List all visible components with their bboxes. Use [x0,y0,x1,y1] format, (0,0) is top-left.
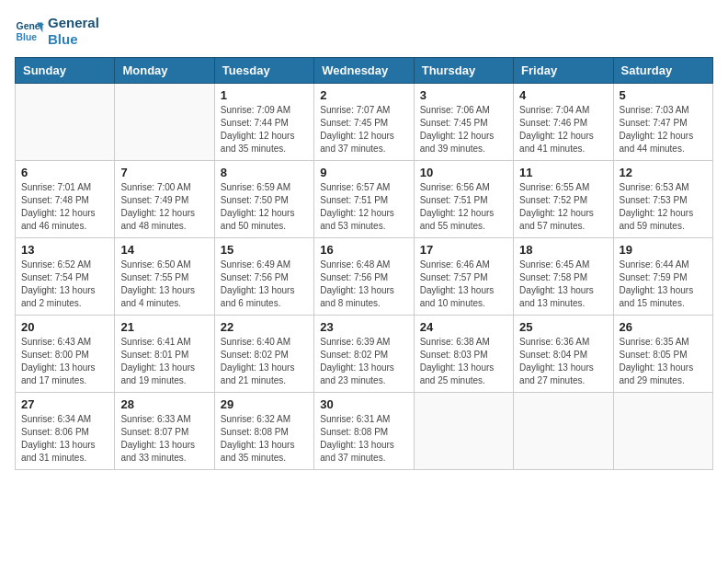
calendar-cell: 19Sunrise: 6:44 AM Sunset: 7:59 PM Dayli… [613,238,712,316]
calendar-cell: 16Sunrise: 6:48 AM Sunset: 7:56 PM Dayli… [314,238,414,316]
calendar-cell: 7Sunrise: 7:00 AM Sunset: 7:49 PM Daylig… [115,161,214,238]
calendar-cell: 5Sunrise: 7:03 AM Sunset: 7:47 PM Daylig… [613,84,712,161]
weekday-header-thursday: Thursday [414,58,513,84]
calendar-cell: 15Sunrise: 6:49 AM Sunset: 7:56 PM Dayli… [214,238,313,316]
day-detail: Sunrise: 6:31 AM Sunset: 8:08 PM Dayligh… [320,413,407,465]
calendar-cell: 13Sunrise: 6:52 AM Sunset: 7:54 PM Dayli… [16,238,115,316]
day-detail: Sunrise: 6:44 AM Sunset: 7:59 PM Dayligh… [620,259,707,310]
day-detail: Sunrise: 6:56 AM Sunset: 7:51 PM Dayligh… [420,181,507,233]
day-detail: Sunrise: 6:32 AM Sunset: 8:08 PM Dayligh… [221,413,308,465]
calendar-week-row: 6Sunrise: 7:01 AM Sunset: 7:48 PM Daylig… [16,161,713,238]
calendar-cell: 28Sunrise: 6:33 AM Sunset: 8:07 PM Dayli… [115,393,214,470]
day-detail: Sunrise: 6:55 AM Sunset: 7:52 PM Dayligh… [519,181,607,233]
logo-text-blue: Blue [48,31,99,48]
calendar-cell: 8Sunrise: 6:59 AM Sunset: 7:50 PM Daylig… [214,161,313,238]
calendar-cell [613,393,712,470]
day-number: 17 [420,243,507,257]
day-number: 25 [519,320,607,334]
day-detail: Sunrise: 6:39 AM Sunset: 8:02 PM Dayligh… [320,336,407,387]
calendar-cell: 20Sunrise: 6:43 AM Sunset: 8:00 PM Dayli… [16,316,115,393]
day-number: 2 [320,88,407,102]
day-detail: Sunrise: 6:41 AM Sunset: 8:01 PM Dayligh… [120,336,208,387]
calendar-week-row: 1Sunrise: 7:09 AM Sunset: 7:44 PM Daylig… [16,84,713,161]
day-detail: Sunrise: 6:57 AM Sunset: 7:51 PM Dayligh… [320,181,407,233]
calendar-cell: 30Sunrise: 6:31 AM Sunset: 8:08 PM Dayli… [314,393,414,470]
calendar-cell: 25Sunrise: 6:36 AM Sunset: 8:04 PM Dayli… [514,316,613,393]
day-detail: Sunrise: 7:01 AM Sunset: 7:48 PM Dayligh… [21,181,108,233]
day-number: 8 [221,166,308,179]
calendar-cell: 26Sunrise: 6:35 AM Sunset: 8:05 PM Dayli… [613,316,712,393]
calendar-week-row: 13Sunrise: 6:52 AM Sunset: 7:54 PM Dayli… [16,238,713,316]
day-detail: Sunrise: 7:04 AM Sunset: 7:46 PM Dayligh… [519,104,607,155]
calendar-cell: 9Sunrise: 6:57 AM Sunset: 7:51 PM Daylig… [314,161,414,238]
calendar-cell [115,84,214,161]
day-detail: Sunrise: 6:40 AM Sunset: 8:02 PM Dayligh… [221,336,308,387]
day-number: 28 [120,397,208,411]
day-detail: Sunrise: 6:48 AM Sunset: 7:56 PM Dayligh… [320,259,407,310]
calendar-cell [414,393,513,470]
day-number: 27 [21,397,108,411]
calendar-cell: 14Sunrise: 6:50 AM Sunset: 7:55 PM Dayli… [115,238,214,316]
day-detail: Sunrise: 6:36 AM Sunset: 8:04 PM Dayligh… [519,336,607,387]
calendar-cell [16,84,115,161]
calendar-cell: 12Sunrise: 6:53 AM Sunset: 7:53 PM Dayli… [613,161,712,238]
day-detail: Sunrise: 6:45 AM Sunset: 7:58 PM Dayligh… [519,259,607,310]
day-number: 10 [420,166,507,179]
calendar-cell: 1Sunrise: 7:09 AM Sunset: 7:44 PM Daylig… [214,84,313,161]
calendar-cell: 11Sunrise: 6:55 AM Sunset: 7:52 PM Dayli… [514,161,613,238]
day-detail: Sunrise: 6:52 AM Sunset: 7:54 PM Dayligh… [21,259,108,310]
weekday-header-friday: Friday [514,58,613,84]
weekday-header-saturday: Saturday [613,58,712,84]
logo-text-general: General [48,15,99,31]
day-detail: Sunrise: 7:06 AM Sunset: 7:45 PM Dayligh… [420,104,507,155]
day-number: 22 [221,320,308,334]
day-detail: Sunrise: 6:49 AM Sunset: 7:56 PM Dayligh… [221,259,308,310]
day-number: 6 [21,166,108,179]
calendar-cell: 4Sunrise: 7:04 AM Sunset: 7:46 PM Daylig… [514,84,613,161]
day-number: 29 [221,397,308,411]
calendar-table: SundayMondayTuesdayWednesdayThursdayFrid… [15,57,713,470]
calendar-cell: 6Sunrise: 7:01 AM Sunset: 7:48 PM Daylig… [16,161,115,238]
day-number: 20 [21,320,108,334]
weekday-header-wednesday: Wednesday [314,58,414,84]
calendar-cell: 27Sunrise: 6:34 AM Sunset: 8:06 PM Dayli… [16,393,115,470]
day-detail: Sunrise: 6:43 AM Sunset: 8:00 PM Dayligh… [21,336,108,387]
day-number: 24 [420,320,507,334]
day-detail: Sunrise: 6:35 AM Sunset: 8:05 PM Dayligh… [620,336,707,387]
day-detail: Sunrise: 6:59 AM Sunset: 7:50 PM Dayligh… [221,181,308,233]
weekday-header-tuesday: Tuesday [214,58,313,84]
day-detail: Sunrise: 7:09 AM Sunset: 7:44 PM Dayligh… [221,104,308,155]
day-number: 5 [620,88,707,102]
calendar-cell: 3Sunrise: 7:06 AM Sunset: 7:45 PM Daylig… [414,84,513,161]
day-number: 1 [221,88,308,102]
calendar-cell: 2Sunrise: 7:07 AM Sunset: 7:45 PM Daylig… [314,84,414,161]
svg-text:Blue: Blue [17,32,38,42]
calendar-cell: 22Sunrise: 6:40 AM Sunset: 8:02 PM Dayli… [214,316,313,393]
calendar-header-row: SundayMondayTuesdayWednesdayThursdayFrid… [16,58,713,84]
day-number: 23 [320,320,407,334]
day-number: 21 [120,320,208,334]
calendar-cell: 24Sunrise: 6:38 AM Sunset: 8:03 PM Dayli… [414,316,513,393]
day-detail: Sunrise: 6:33 AM Sunset: 8:07 PM Dayligh… [120,413,208,465]
day-detail: Sunrise: 6:46 AM Sunset: 7:57 PM Dayligh… [420,259,507,310]
calendar-body: 1Sunrise: 7:09 AM Sunset: 7:44 PM Daylig… [16,84,713,470]
logo: General Blue General Blue [15,15,99,48]
day-detail: Sunrise: 6:38 AM Sunset: 8:03 PM Dayligh… [420,336,507,387]
day-number: 19 [620,243,707,257]
calendar-week-row: 27Sunrise: 6:34 AM Sunset: 8:06 PM Dayli… [16,393,713,470]
day-number: 13 [21,243,108,257]
calendar-cell: 17Sunrise: 6:46 AM Sunset: 7:57 PM Dayli… [414,238,513,316]
day-number: 11 [519,166,607,179]
day-number: 3 [420,88,507,102]
day-number: 7 [120,166,208,179]
day-detail: Sunrise: 7:03 AM Sunset: 7:47 PM Dayligh… [620,104,707,155]
day-number: 9 [320,166,407,179]
weekday-header-sunday: Sunday [16,58,115,84]
day-detail: Sunrise: 6:53 AM Sunset: 7:53 PM Dayligh… [620,181,707,233]
day-number: 16 [320,243,407,257]
day-detail: Sunrise: 6:50 AM Sunset: 7:55 PM Dayligh… [120,259,208,310]
page-header: General Blue General Blue [15,15,713,48]
day-number: 30 [320,397,407,411]
calendar-cell: 21Sunrise: 6:41 AM Sunset: 8:01 PM Dayli… [115,316,214,393]
day-number: 18 [519,243,607,257]
